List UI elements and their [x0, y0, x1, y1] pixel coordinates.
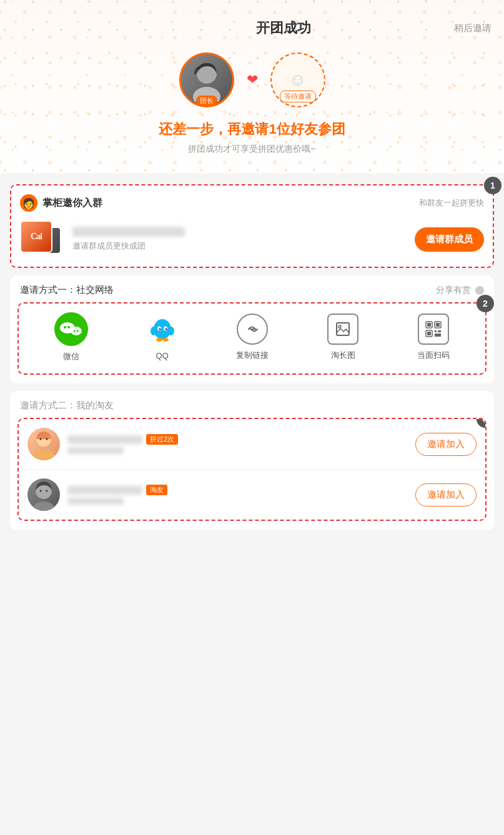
- section2-suffix: 分享有赏: [436, 285, 471, 296]
- friend-name-row-2: 淘友: [67, 485, 408, 495]
- store-invite-header: 🧑 掌柜邀你入群 和群友一起拼更快: [20, 194, 484, 212]
- section2-middle: 社交网络: [76, 284, 114, 295]
- page-title: 开团成功: [62, 19, 454, 37]
- group-avatar-stack: Cai: [20, 220, 65, 258]
- long-image-share-item[interactable]: 淘长图: [327, 314, 358, 361]
- wechat-label: 微信: [63, 351, 79, 362]
- sections-container: 1 🧑 掌柜邀你入群 和群友一起拼更快 Cai 邀请群成员更快成团 邀请群成员: [0, 174, 504, 540]
- section3-middle: 我的淘友: [76, 400, 114, 410]
- friend-info-1: 拼过2次: [67, 434, 408, 454]
- section3-wrapper: 邀请方式二：我的淘友 3: [10, 391, 494, 530]
- friend-name-blur-2: [67, 486, 142, 495]
- header-section: 开团成功 稍后邀请 团长 ❤ ☺ 等待邀请 还差一步，再邀请1位好友参团 拼团成…: [0, 0, 504, 174]
- qq-label: QQ: [156, 351, 169, 360]
- svg-rect-25: [436, 323, 440, 327]
- leader-badge: 团长: [196, 96, 217, 106]
- invite-text-col: 邀请群成员更快成团: [72, 227, 407, 252]
- main-invite-text: 还差一步，再邀请1位好友参团: [12, 120, 492, 139]
- friend-sub-blur-1: [67, 447, 124, 454]
- svg-point-15: [159, 328, 161, 330]
- waiting-badge: 等待邀请: [280, 91, 316, 102]
- svg-point-11: [151, 327, 157, 335]
- qq-share-item[interactable]: QQ: [147, 315, 178, 360]
- svg-point-4: [64, 326, 66, 329]
- friend-item-2: 淘友 邀请加入: [19, 470, 485, 520]
- svg-point-16: [165, 328, 167, 330]
- svg-point-6: [71, 327, 82, 335]
- friend-info-2: 淘友: [67, 485, 408, 505]
- svg-rect-29: [438, 330, 441, 332]
- share-icons-row: 2 微信: [17, 302, 487, 375]
- svg-point-7: [73, 330, 75, 332]
- sub-invite-text: 拼团成功才可享受拼团优惠价哦~: [12, 144, 492, 155]
- blurred-name: [72, 227, 185, 237]
- wechat-icon: [54, 312, 88, 346]
- section2-prefix: 邀请方式一：: [20, 284, 76, 295]
- invite-join-button-1[interactable]: 邀请加入: [415, 433, 477, 456]
- postpone-action[interactable]: 稍后邀请: [454, 22, 492, 34]
- friend-sub-blur-2: [67, 498, 124, 505]
- section1-wrapper: 1 🧑 掌柜邀你入群 和群友一起拼更快 Cai 邀请群成员更快成团 邀请群成员: [10, 184, 494, 268]
- svg-point-32: [32, 449, 55, 460]
- friend-name-row-1: 拼过2次: [67, 434, 408, 445]
- svg-point-33: [40, 438, 42, 440]
- qr-icon: [418, 314, 449, 345]
- svg-point-10: [156, 324, 169, 338]
- friend-name-blur-1: [67, 435, 142, 444]
- svg-rect-28: [435, 330, 437, 332]
- coin-icon: [475, 286, 484, 295]
- section2-right: 分享有赏: [436, 285, 484, 296]
- svg-rect-27: [427, 332, 431, 335]
- invite-join-button-2[interactable]: 邀请加入: [415, 483, 477, 506]
- friend-avatar-1: [27, 428, 60, 460]
- svg-point-37: [40, 490, 42, 492]
- heart-icon: ❤: [247, 72, 258, 88]
- friend-tag-count-1: 拼过2次: [146, 434, 178, 445]
- long-image-label: 淘长图: [331, 350, 355, 361]
- invite-group-button[interactable]: 邀请群成员: [415, 227, 484, 252]
- section2-wrapper: 邀请方式一：社交网络 分享有赏 2 微信: [10, 275, 494, 383]
- friend-item-1: 拼过2次 邀请加入: [19, 419, 485, 470]
- section2-badge: 2: [477, 295, 494, 312]
- store-icon: 🧑: [20, 194, 37, 212]
- svg-rect-30: [435, 334, 441, 337]
- svg-point-38: [46, 490, 48, 492]
- invite-content-row: Cai 邀请群成员更快成团 邀请群成员: [20, 220, 484, 258]
- svg-point-21: [338, 325, 341, 328]
- svg-point-34: [46, 438, 48, 440]
- smiley-icon: ☺: [289, 70, 307, 90]
- section1-dashed-box: 1 🧑 掌柜邀你入群 和群友一起拼更快 Cai 邀请群成员更快成团 邀请群成员: [10, 184, 494, 268]
- section3-label: 邀请方式二：我的淘友: [10, 391, 494, 418]
- svg-point-5: [67, 326, 70, 329]
- copy-link-label: 复制链接: [236, 350, 269, 361]
- header-top-row: 开团成功 稍后邀请: [12, 19, 492, 37]
- svg-point-36: [32, 501, 55, 511]
- svg-point-12: [168, 327, 174, 335]
- link-icon: [237, 314, 268, 345]
- group-avatar-1: Cai: [20, 220, 52, 253]
- copy-link-share-item[interactable]: 复制链接: [236, 314, 269, 361]
- svg-rect-20: [337, 323, 349, 335]
- qr-scan-label: 当面扫码: [417, 350, 450, 361]
- section2-label: 邀请方式一：社交网络 分享有赏: [10, 275, 494, 302]
- qr-scan-share-item[interactable]: 当面扫码: [417, 314, 450, 361]
- friend-tag-friend: 淘友: [146, 485, 167, 495]
- svg-point-8: [76, 330, 78, 332]
- friend-list: 3 拼过2次: [17, 418, 487, 521]
- qq-icon: [147, 315, 178, 346]
- store-invite-subtitle: 和群友一起拼更快: [419, 197, 484, 209]
- invite-desc: 邀请群成员更快成团: [72, 240, 407, 252]
- waiting-avatar: ☺ 等待邀请: [270, 52, 325, 107]
- leader-avatar: 团长: [179, 52, 234, 107]
- wechat-share-item[interactable]: 微信: [54, 312, 88, 362]
- long-image-icon: [327, 314, 358, 345]
- svg-rect-23: [427, 323, 431, 327]
- avatars-row: 团长 ❤ ☺ 等待邀请: [12, 52, 492, 107]
- section1-badge: 1: [484, 177, 502, 194]
- svg-point-18: [162, 338, 169, 342]
- friend-avatar-2: [27, 478, 60, 511]
- section2-label-text: 邀请方式一：社交网络: [20, 284, 114, 296]
- svg-point-17: [156, 338, 162, 342]
- section3-prefix: 邀请方式二：: [20, 400, 76, 410]
- store-invite-title: 掌柜邀你入群: [42, 197, 102, 210]
